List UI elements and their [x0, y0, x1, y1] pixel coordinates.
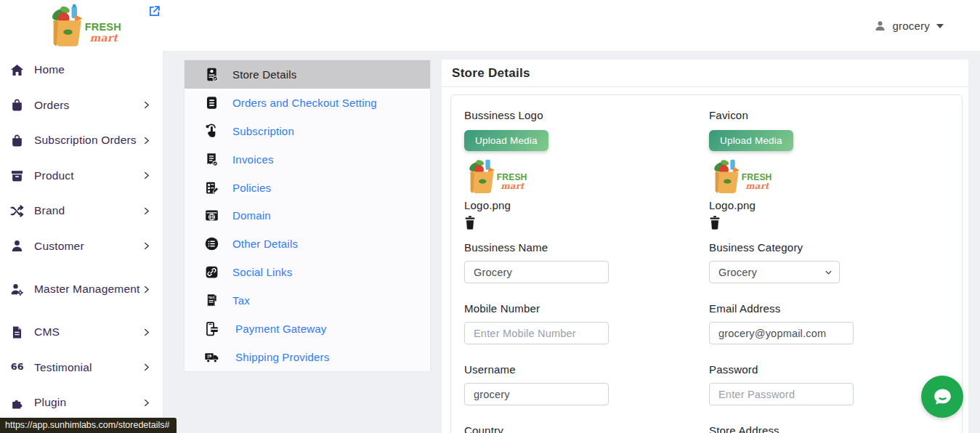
- subscription-bag-icon: [9, 134, 25, 147]
- sidebar-item-label: Customer: [34, 238, 84, 254]
- chevron-right-icon: [142, 398, 151, 408]
- settings-item-label: Tax: [232, 294, 250, 307]
- business-logo-preview: FRESH mart: [461, 158, 709, 197]
- trash-icon: [464, 216, 476, 230]
- sidebar-item-brand[interactable]: Brand: [0, 193, 163, 229]
- settings-item-store-details[interactable]: Store Details: [185, 60, 430, 89]
- shuffle-icon: [9, 204, 25, 218]
- sidebar-item-label: Plugin: [34, 394, 66, 410]
- sidebar-item-orders[interactable]: Orders: [0, 88, 163, 124]
- username-input[interactable]: [464, 383, 609, 405]
- chevron-right-icon: [142, 171, 151, 180]
- store-address-field: Store Address: [709, 424, 962, 433]
- mobile-number-input[interactable]: [464, 322, 609, 344]
- trash-icon: [709, 216, 721, 230]
- business-category-select[interactable]: Grocery: [709, 261, 840, 283]
- country-field: Country India: [464, 424, 709, 433]
- invoice-icon: [203, 152, 220, 167]
- link-icon: [203, 264, 220, 280]
- sidebar-item-cms[interactable]: CMS: [0, 315, 163, 350]
- settings-item-subscription[interactable]: Subscription: [185, 117, 430, 145]
- home-icon: [9, 63, 25, 77]
- store-details-icon: [203, 67, 220, 82]
- freshmart-logo[interactable]: FRESH mart: [45, 3, 123, 51]
- sidebar-item-label: Product: [34, 168, 74, 184]
- business-category-label: Business Category: [709, 241, 962, 254]
- person-gear-icon: [9, 283, 25, 296]
- user-menu-label: grocery: [893, 20, 930, 32]
- store-details-form: Bussiness Logo Upload Media FRESH mart: [450, 94, 963, 433]
- orders-checkout-icon: [203, 95, 220, 110]
- favicon-filename: Logo.png: [709, 199, 962, 211]
- password-label: Password: [709, 363, 962, 376]
- top-header: FRESH mart grocery: [0, 0, 980, 51]
- list-circle-icon: [203, 236, 220, 251]
- settings-item-label: Policies: [232, 182, 271, 194]
- business-name-input[interactable]: [464, 261, 609, 283]
- sidebar-item-product[interactable]: Product: [0, 158, 163, 194]
- payment-icon: [203, 321, 220, 336]
- document-icon: [9, 325, 25, 339]
- settings-item-label: Store Details: [232, 68, 296, 81]
- chevron-right-icon: [142, 206, 151, 216]
- settings-item-shipping-providers[interactable]: Shipping Providers: [185, 343, 430, 371]
- chevron-right-icon: [142, 363, 151, 372]
- favicon-field: Favicon Upload Media FRESH mart: [709, 109, 962, 232]
- sidebar-item-label: Orders: [34, 97, 70, 113]
- sidebar-item-master-management[interactable]: Master Management: [0, 264, 163, 315]
- upload-favicon-button[interactable]: Upload Media: [709, 130, 793, 151]
- sidebar-item-plugin[interactable]: Plugin: [0, 385, 163, 421]
- person-icon: [9, 239, 25, 253]
- settings-item-tax[interactable]: TAX Tax: [185, 286, 430, 315]
- favicon-preview: FRESH mart: [706, 158, 962, 197]
- svg-text:mart: mart: [89, 32, 118, 44]
- settings-item-label: Social Links: [232, 266, 292, 278]
- password-input[interactable]: [709, 383, 854, 405]
- upload-business-logo-button[interactable]: Upload Media: [464, 130, 548, 151]
- sidebar-item-testimonial[interactable]: 66 Testimonial: [0, 350, 163, 386]
- sidebar-item-label: Testimonial: [34, 360, 92, 376]
- quote-icon: 66: [9, 360, 25, 374]
- settings-item-policies[interactable]: Policies: [185, 174, 430, 202]
- user-avatar-icon: [874, 20, 886, 32]
- sidebar-item-subscription-orders[interactable]: Subscription Orders: [0, 123, 163, 158]
- settings-item-label: Payment Gateway: [235, 323, 327, 335]
- policies-icon: [203, 180, 220, 195]
- user-menu[interactable]: grocery: [874, 0, 944, 51]
- username-label: Username: [464, 363, 709, 376]
- settings-item-domain[interactable]: Domain: [185, 202, 430, 230]
- settings-item-label: Orders and Checkout Setting: [232, 97, 377, 109]
- favicon-label: Favicon: [709, 109, 962, 121]
- svg-text:mart: mart: [501, 181, 525, 191]
- delete-business-logo-button[interactable]: [464, 216, 476, 232]
- settings-item-label: Subscription: [232, 125, 294, 137]
- settings-item-other-details[interactable]: Other Details: [185, 230, 430, 258]
- email-address-label: Email Address: [709, 302, 962, 315]
- sidebar-item-label: Master Management: [34, 281, 140, 297]
- business-category-field: Business Category Grocery: [709, 241, 962, 283]
- settings-menu: Store Details Orders and Checkout Settin…: [184, 60, 431, 372]
- settings-item-invoices[interactable]: Invoices: [185, 145, 430, 174]
- sidebar-item-label: Brand: [34, 203, 65, 219]
- settings-item-label: Other Details: [232, 238, 298, 250]
- email-address-input[interactable]: [709, 322, 854, 344]
- delete-favicon-button[interactable]: [709, 216, 721, 232]
- business-name-field: Bussiness Name: [464, 241, 709, 283]
- external-link-icon[interactable]: [148, 5, 161, 20]
- page-title-bar: Store Details: [442, 60, 968, 87]
- svg-text:mart: mart: [745, 181, 770, 191]
- email-address-field: Email Address: [709, 302, 962, 344]
- chat-widget-button[interactable]: [921, 376, 963, 418]
- subscription-click-icon: [203, 124, 220, 139]
- settings-item-orders-checkout[interactable]: Orders and Checkout Setting: [185, 89, 430, 117]
- chat-bubble-icon: [931, 385, 954, 408]
- settings-item-social-links[interactable]: Social Links: [185, 258, 430, 286]
- business-logo-filename: Logo.png: [464, 199, 709, 211]
- caret-down-icon: [936, 24, 944, 28]
- sidebar-item-customer[interactable]: Customer: [0, 229, 163, 264]
- tax-receipt-icon: TAX: [203, 293, 220, 308]
- sidebar-item-home[interactable]: Home: [0, 52, 163, 88]
- domain-globe-icon: [203, 208, 220, 223]
- country-label: Country: [464, 424, 709, 433]
- settings-item-payment-gateway[interactable]: Payment Gateway: [185, 315, 430, 343]
